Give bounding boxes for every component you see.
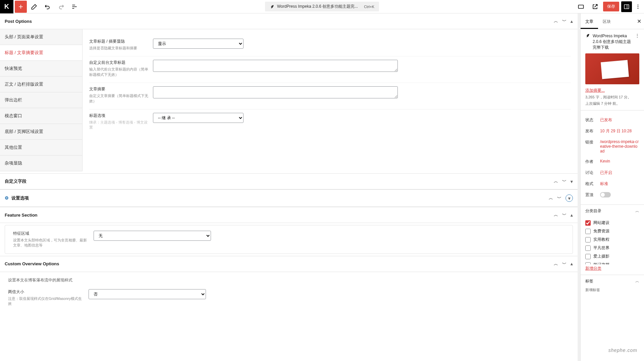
more-menu-button[interactable] [634, 1, 642, 13]
excerpt-textarea[interactable] [153, 86, 398, 98]
tab-other-positions[interactable]: 其他位置 [0, 140, 82, 155]
featured-image-thumbnail[interactable] [585, 53, 639, 84]
sidebar-post-title: WordPress Impeka 2.0.6 创意多功能主题完整下载 [593, 33, 633, 50]
add-block-button[interactable] [15, 1, 27, 13]
add-excerpt-link[interactable]: 添加摘要... [585, 88, 605, 93]
post-options-panel: Post Options ︿ ﹀ ▴ 头部 / 页面菜单设置 标题 / 文章摘要… [0, 13, 578, 171]
post-actions-icon[interactable]: ⋮ [635, 33, 639, 38]
status-value[interactable]: 已发布 [600, 117, 612, 123]
category-checkbox[interactable] [585, 220, 591, 226]
move-down-icon[interactable]: ﹀ [557, 195, 561, 201]
tab-misc-visibility[interactable]: 杂项显隐 [0, 155, 82, 171]
field-help: 注意：双倍展现样式仅在Grid/Masonry模式生效 [8, 296, 84, 307]
category-item[interactable]: 笔记存档 [585, 261, 639, 264]
move-up-icon[interactable]: ︿ [554, 261, 558, 267]
publish-value[interactable]: 10 月 29 日 10:28 [600, 128, 632, 134]
tab-modal-window[interactable]: 模态窗口 [0, 108, 82, 124]
move-up-icon[interactable]: ︿ [554, 212, 558, 218]
tags-section-header[interactable]: 标签 ︿ [581, 275, 644, 287]
field-title-visibility: 文章标题 / 摘要显隐 选择是否隐藏文章标题和摘要 显示 [89, 35, 571, 56]
custom-title-textarea[interactable] [153, 60, 398, 72]
tab-popup-sidebar[interactable]: 弹出边栏 [0, 92, 82, 108]
custom-overview-body: 设置本文在博客瀑布流中的展现样式 两倍大小 注意：双倍展现样式仅在Grid/Ma… [0, 272, 578, 313]
view-modes-button[interactable] [575, 1, 587, 13]
sidebar-tags-section: 标签 ︿ 新增标签 [581, 275, 644, 296]
edit-tools-button[interactable] [28, 1, 40, 13]
tab-block[interactable]: 区块 [598, 13, 615, 29]
post-options-header[interactable]: Post Options ︿ ﹀ ▴ [0, 13, 578, 29]
svg-point-3 [638, 6, 639, 7]
tab-content-sidebar[interactable]: 正文 / 边栏排版设置 [0, 77, 82, 92]
word-count-line: 3,265 字，阅读时间 17 分。 [585, 95, 639, 100]
collapse-icon[interactable]: ▴ [571, 261, 573, 266]
tab-footer-area[interactable]: 底部 / 页脚区域设置 [0, 124, 82, 140]
save-button[interactable]: 保存 [603, 2, 619, 11]
link-value[interactable]: /wordpress-impeka-creative-theme-downloa… [600, 139, 639, 153]
sticky-toggle[interactable] [600, 192, 611, 197]
last-edit-line: 上次编辑 7 分钟 前。 [585, 101, 639, 106]
move-down-icon[interactable]: ﹀ [562, 18, 567, 24]
category-item[interactable]: 爱上摄影 [585, 252, 639, 261]
site-logo[interactable]: K [0, 0, 13, 13]
preview-external-button[interactable] [589, 1, 601, 13]
custom-fields-panel-header[interactable]: 自定义字段 ︿ ﹀ ▾ [0, 173, 578, 189]
settings-sidebar: 文章 区块 ✕ WordPress Impeka 2.0.6 创意多功能主题完整… [580, 13, 644, 361]
format-value[interactable]: 标准 [600, 181, 608, 187]
discussion-label: 讨论 [585, 170, 600, 176]
category-item[interactable]: 实用教程 [585, 235, 639, 244]
categories-section-header[interactable]: 分类目录 ︿ [581, 205, 644, 217]
settings-sidebar-toggle[interactable] [621, 1, 632, 12]
field-help: 自定义文章摘要（简单标题模式下无效） [89, 93, 148, 104]
field-label: 自定义前台文章标题 [89, 60, 148, 65]
cog-icon: ⚙ [5, 195, 9, 200]
title-options-select[interactable]: -- 继 承 -- [153, 113, 244, 123]
move-up-icon[interactable]: ︿ [554, 178, 558, 184]
category-checkbox[interactable] [585, 229, 591, 234]
post-options-body: 头部 / 页面菜单设置 标题 / 文章摘要设置 快速预览 正文 / 边栏排版设置… [0, 29, 578, 171]
tab-title-excerpt[interactable]: 标题 / 文章摘要设置 [0, 45, 82, 61]
sidebar-body: WordPress Impeka 2.0.6 创意多功能主题完整下载 ⋮ 添加摘… [581, 29, 644, 361]
double-size-select[interactable]: 否 [89, 289, 206, 299]
move-up-icon[interactable]: ︿ [554, 18, 558, 24]
discussion-value[interactable]: 已开启 [600, 170, 612, 176]
category-item[interactable]: 平凡世界 [585, 244, 639, 252]
field-title-options: 标题选项 继承：主题选项 - 博客选项 - 博文设置 -- 继 承 -- [89, 109, 571, 136]
author-value[interactable]: Kevin [600, 159, 610, 165]
move-up-icon[interactable]: ︿ [549, 195, 553, 201]
add-category-link[interactable]: 新增分类 [581, 264, 606, 275]
category-item[interactable]: 免费资源 [585, 227, 639, 235]
sticky-label: 置顶 [585, 192, 600, 198]
move-down-icon[interactable]: ﹀ [562, 212, 567, 218]
tab-header-menu[interactable]: 头部 / 页面菜单设置 [0, 29, 82, 45]
author-label: 作者 [585, 159, 600, 165]
feature-section-header[interactable]: Feature Section ︿ ﹀ ▴ [0, 207, 578, 223]
document-title-bar[interactable]: WordPress Impeka 2.0.6 创意多功能主题完... Ctrl+… [265, 2, 379, 11]
redo-button[interactable] [55, 1, 67, 13]
category-item[interactable]: 网站建设 [585, 219, 639, 227]
format-label: 格式 [585, 181, 600, 187]
title-visibility-select[interactable]: 显示 [153, 39, 244, 49]
undo-button[interactable] [42, 1, 54, 13]
field-excerpt: 文章摘要 自定义文章摘要（简单标题模式下无效） [89, 83, 571, 109]
category-checkbox[interactable] [585, 245, 591, 251]
publish-label: 发布 [585, 128, 600, 134]
settings-options-panel-header[interactable]: ⚙ 设置选项 ︿ ﹀ ▾ [0, 189, 578, 207]
categories-list: 网站建设免费资源实用教程平凡世界爱上摄影笔记存档 [581, 217, 644, 264]
feature-area-select[interactable]: 无 [94, 231, 211, 241]
move-down-icon[interactable]: ﹀ [562, 261, 567, 267]
close-sidebar-icon[interactable]: ✕ [637, 18, 641, 25]
expand-icon[interactable]: ▾ [571, 179, 573, 184]
document-outline-button[interactable] [68, 1, 80, 13]
field-label: 特征区域 [13, 231, 89, 236]
move-down-icon[interactable]: ﹀ [562, 178, 567, 184]
tab-quick-preview[interactable]: 快速预览 [0, 61, 82, 77]
tab-post[interactable]: 文章 [581, 13, 598, 29]
custom-overview-header[interactable]: Custom Overview Options ︿ ﹀ ▴ [0, 256, 578, 272]
category-checkbox[interactable] [585, 254, 591, 259]
collapse-icon[interactable]: ▴ [571, 213, 573, 218]
editor-scrollbar[interactable] [578, 13, 580, 361]
expand-circle-icon[interactable]: ▾ [566, 194, 573, 202]
sidebar-post-summary: WordPress Impeka 2.0.6 创意多功能主题完整下载 ⋮ 添加摘… [581, 29, 644, 110]
collapse-icon[interactable]: ▴ [571, 19, 573, 24]
category-checkbox[interactable] [585, 237, 591, 242]
